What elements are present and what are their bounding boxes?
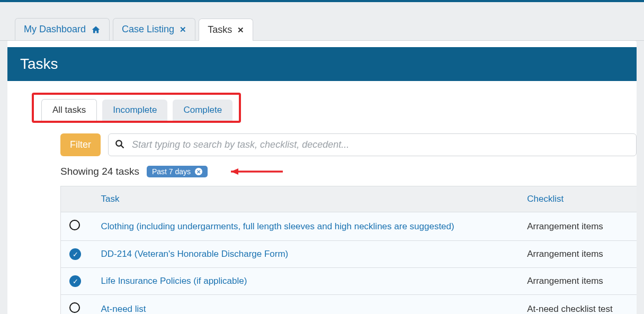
task-name-cell: DD-214 (Veteran's Honorable Discharge Fo… bbox=[93, 241, 519, 268]
subtabs-highlight-box: All tasks Incomplete Complete bbox=[32, 93, 241, 123]
tab-label: Case Listing bbox=[122, 24, 174, 35]
task-status-cell bbox=[61, 212, 93, 241]
page-title: Tasks bbox=[7, 47, 637, 81]
checklist-cell: Arrangement items bbox=[518, 268, 637, 295]
showing-text: Showing 24 tasks bbox=[60, 166, 139, 177]
subtab-all-tasks[interactable]: All tasks bbox=[41, 99, 97, 121]
filter-chip-past-7-days[interactable]: Past 7 days ✕ bbox=[147, 166, 208, 177]
table-row: Clothing (including undergarments, full … bbox=[61, 212, 637, 241]
close-icon[interactable]: ✕ bbox=[237, 25, 244, 35]
annotation-arrow-icon bbox=[220, 167, 284, 176]
search-field-wrap[interactable] bbox=[108, 133, 637, 156]
status-complete-icon[interactable]: ✓ bbox=[69, 248, 81, 260]
chip-label: Past 7 days bbox=[152, 167, 191, 176]
tab-label: Tasks bbox=[208, 24, 232, 35]
tab-my-dashboard[interactable]: My Dashboard bbox=[15, 18, 110, 40]
filter-button[interactable]: Filter bbox=[60, 133, 101, 156]
svg-marker-3 bbox=[231, 168, 238, 175]
svg-point-0 bbox=[116, 140, 122, 146]
close-icon[interactable]: ✕ bbox=[195, 168, 202, 175]
task-status-cell: ✓ bbox=[61, 241, 93, 268]
checklist-cell: Arrangement items bbox=[518, 241, 637, 268]
col-header-status bbox=[61, 186, 93, 212]
table-row: At-need listAt-need checklist test bbox=[61, 295, 637, 315]
tasks-panel: Tasks All tasks Incomplete Complete Filt… bbox=[7, 41, 637, 314]
checklist-cell: At-need checklist test bbox=[518, 295, 637, 315]
table-row: ✓DD-214 (Veteran's Honorable Discharge F… bbox=[61, 241, 637, 268]
home-icon bbox=[91, 25, 101, 34]
status-incomplete-icon[interactable] bbox=[69, 302, 80, 313]
showing-row: Showing 24 tasks Past 7 days ✕ bbox=[7, 166, 637, 186]
checklist-cell: Arrangement items bbox=[518, 212, 637, 241]
tab-tasks[interactable]: Tasks ✕ bbox=[199, 19, 253, 41]
status-complete-icon[interactable]: ✓ bbox=[69, 275, 81, 287]
svg-line-1 bbox=[121, 145, 123, 148]
search-icon bbox=[115, 139, 124, 151]
col-header-task[interactable]: Task bbox=[93, 186, 519, 212]
nav-tabs: My Dashboard Case Listing ✕ Tasks ✕ bbox=[0, 18, 644, 41]
task-subtabs: All tasks Incomplete Complete bbox=[41, 99, 232, 121]
task-name-cell: Life Insurance Policies (if applicable) bbox=[93, 268, 519, 295]
subtab-incomplete[interactable]: Incomplete bbox=[102, 100, 167, 121]
subtab-complete[interactable]: Complete bbox=[173, 100, 232, 121]
search-input[interactable] bbox=[128, 134, 630, 156]
task-name-cell: Clothing (including undergarments, full … bbox=[93, 212, 519, 241]
table-header-row: Task Checklist bbox=[61, 186, 637, 212]
status-incomplete-icon[interactable] bbox=[69, 220, 80, 230]
task-link[interactable]: Clothing (including undergarments, full … bbox=[101, 221, 454, 231]
task-link[interactable]: At-need list bbox=[101, 304, 146, 314]
tab-case-listing[interactable]: Case Listing ✕ bbox=[113, 18, 195, 40]
task-name-cell: At-need list bbox=[93, 295, 519, 315]
tab-label: My Dashboard bbox=[24, 24, 86, 35]
tasks-table: Task Checklist Clothing (including under… bbox=[60, 186, 637, 314]
task-link[interactable]: Life Insurance Policies (if applicable) bbox=[101, 276, 247, 286]
task-link[interactable]: DD-214 (Veteran's Honorable Discharge Fo… bbox=[101, 249, 289, 259]
filter-row: Filter bbox=[7, 133, 637, 156]
table-row: ✓Life Insurance Policies (if applicable)… bbox=[61, 268, 637, 295]
task-status-cell: ✓ bbox=[61, 268, 93, 295]
col-header-checklist[interactable]: Checklist bbox=[518, 186, 637, 212]
task-status-cell bbox=[61, 295, 93, 315]
close-icon[interactable]: ✕ bbox=[180, 25, 186, 34]
